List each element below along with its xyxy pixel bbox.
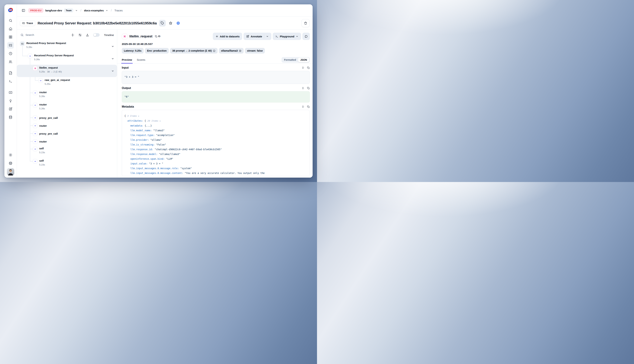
input-section-label: Input: [122, 66, 129, 69]
view-formatted-option[interactable]: Formatted: [282, 58, 298, 62]
collapse-section-button[interactable]: [302, 87, 304, 90]
timeline-toggle[interactable]: [93, 33, 100, 37]
breadcrumb: PROD-EU langfuse-dev Team docs-examples …: [17, 4, 313, 17]
duration: 5.26s: [26, 46, 32, 48]
rail-item-users[interactable]: [7, 58, 14, 65]
collapse-node-button[interactable]: [111, 57, 114, 60]
tree-item-span[interactable]: self5.23s: [17, 146, 117, 158]
collapse-node-button[interactable]: [111, 45, 114, 48]
rail-item-prompts[interactable]: [7, 70, 14, 76]
annotate-dropdown-trigger[interactable]: [266, 35, 269, 38]
json-line[interactable]: llm.provider:"ollama": [124, 138, 307, 142]
copy-section-button[interactable]: [307, 66, 310, 69]
copy-id-button[interactable]: ID: [155, 35, 160, 38]
tab-preview[interactable]: Preview: [122, 56, 132, 63]
observation-detail-panel: litellm_request ID Add to datasets Annot…: [117, 30, 313, 178]
model-badge[interactable]: ollama/llama3: [219, 48, 244, 54]
trace-type-chip[interactable]: Trace: [20, 20, 35, 26]
tree-search-input[interactable]: [26, 33, 48, 36]
tree-item-trace-root[interactable]: Received Proxy Server Request5.26s: [17, 40, 117, 52]
tree-item-span[interactable]: router5.26s: [17, 89, 117, 102]
tree-item-generation-selected[interactable]: litellm_request5.25s38 → 2 (Σ 40): [17, 65, 117, 77]
toggle-knob: [93, 34, 96, 36]
clock-icon: [9, 52, 13, 56]
panel-left-icon: [22, 8, 25, 12]
rail-item-datasets[interactable]: [7, 114, 14, 120]
project-dropdown-trigger[interactable]: [106, 9, 108, 12]
json-line[interactable]: {3 Items: [124, 114, 307, 118]
collapse-section-button[interactable]: [302, 66, 304, 69]
org-name[interactable]: langfuse-dev: [45, 9, 62, 12]
tree-item-span[interactable]: self5.23s: [17, 158, 117, 170]
sidebar-toggle-button[interactable]: [20, 8, 26, 14]
copy-section-button[interactable]: [307, 105, 310, 108]
trace-tree-panel: Timeline Received Proxy Server Request5.…: [17, 30, 117, 178]
terminal-icon: [9, 79, 13, 83]
add-to-datasets-button[interactable]: Add to datasets: [213, 33, 242, 40]
user-avatar[interactable]: [7, 168, 14, 176]
observation-title: litellm_request: [129, 34, 152, 38]
collapse-all-button[interactable]: [71, 33, 74, 37]
chevron-down-icon: [106, 9, 108, 12]
tags-button[interactable]: [159, 20, 166, 26]
span-icon: [33, 90, 38, 95]
rail-item-evaluation[interactable]: [7, 89, 14, 96]
rail-item-home[interactable]: [7, 26, 14, 32]
output-value: "6": [122, 91, 310, 102]
span-icon: [33, 159, 38, 164]
tree-item-span[interactable]: Received Proxy Server Request5.26s: [17, 52, 117, 65]
public-share-button[interactable]: [175, 20, 181, 26]
plus-icon: [216, 35, 219, 38]
rail-item-annotation[interactable]: [7, 106, 14, 112]
view-json-option[interactable]: JSON: [298, 58, 309, 62]
tree-item-span[interactable]: router: [17, 122, 117, 130]
observation-badges: Latency: 5.25s Env: production 38 prompt…: [117, 46, 313, 54]
tree-settings-button[interactable]: [78, 33, 82, 37]
project-name[interactable]: docs-examples: [84, 9, 104, 12]
chevron-down-icon: [266, 35, 269, 38]
rail-item-sessions[interactable]: [7, 50, 14, 57]
rail-item-playground[interactable]: [7, 78, 14, 84]
token-usage-badge[interactable]: 38 prompt → 2 completion (Σ 40): [170, 48, 218, 54]
comments-button[interactable]: [302, 33, 310, 40]
json-line[interactable]: openinference.span.kind:"LLM": [124, 156, 307, 161]
delete-trace-button[interactable]: [302, 19, 310, 27]
tree-item-span[interactable]: proxy_pre_call: [17, 130, 117, 138]
rail-item-insights[interactable]: [7, 98, 14, 104]
rail-item-settings[interactable]: [7, 152, 14, 158]
tree-item-span[interactable]: proxy_pre_call: [17, 114, 117, 122]
json-line[interactable]: metadata:{...}: [124, 124, 307, 128]
json-line[interactable]: llm.request.type:"acompletion": [124, 133, 307, 138]
copy-section-button[interactable]: [307, 87, 310, 90]
json-line[interactable]: llm.model_name:"llama3": [124, 128, 307, 133]
tree-item-span[interactable]: router: [17, 138, 117, 146]
json-line[interactable]: input.value:"3 + 3 = ": [124, 161, 307, 166]
rail-item-tracing[interactable]: [7, 42, 14, 48]
json-line[interactable]: llm.response.model:"ollama/llama3": [124, 152, 307, 156]
rail-item-dashboards[interactable]: [7, 34, 14, 40]
rail-item-support[interactable]: [7, 160, 14, 166]
annotate-button-group[interactable]: Annotate: [244, 33, 271, 40]
collapse-section-button[interactable]: [302, 105, 304, 108]
json-line[interactable]: llm.input_messages.0.message.role:"syste…: [124, 166, 307, 171]
json-line[interactable]: attributes:{20 Items: [124, 118, 307, 124]
collapse-node-button[interactable]: [111, 70, 114, 72]
gear-icon: [9, 153, 13, 157]
playground-button[interactable]: Playground: [273, 33, 301, 40]
button-divider: [264, 34, 264, 38]
json-line[interactable]: llm.response.id:"chatcmpl-d96622c0-c642-…: [124, 147, 307, 152]
star-icon: [169, 21, 172, 25]
tab-scores[interactable]: Scores: [137, 56, 145, 63]
json-line[interactable]: llm.is_streaming:"False": [124, 142, 307, 147]
download-button[interactable]: [86, 33, 89, 37]
span-icon: [33, 116, 38, 120]
tree-item-span[interactable]: router5.26s: [17, 102, 117, 114]
tree-item-span[interactable]: raw_gen_ai_request5.25s: [17, 77, 117, 89]
breadcrumb-section[interactable]: Traces: [114, 9, 123, 12]
org-dropdown-trigger[interactable]: [75, 9, 78, 12]
avatar-photo: [7, 168, 14, 176]
generation-icon: [122, 34, 128, 39]
json-line[interactable]: llm.input_messages.0.message.content:"Yo…: [124, 171, 307, 176]
rail-item-search[interactable]: [7, 17, 14, 24]
bookmark-button[interactable]: [168, 20, 173, 26]
